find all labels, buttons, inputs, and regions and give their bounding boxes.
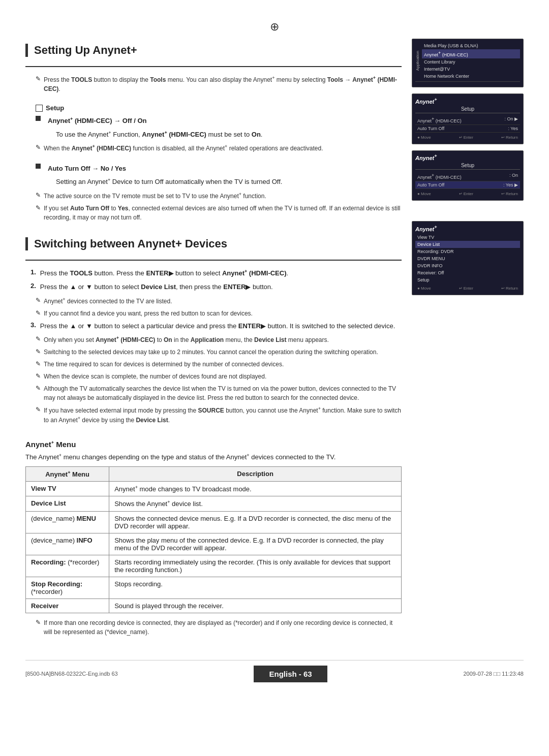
table-footer-note: ✎ If more than one recording device is c… xyxy=(36,618,402,637)
screenshot4-item: View TV xyxy=(415,234,520,241)
checkbox-icon xyxy=(36,105,43,112)
note3-block: ✎ When the device scan is complete, the … xyxy=(36,372,402,381)
desc-stop-recording: Stops recording. xyxy=(109,577,402,598)
screenshot-3: Anynet+ Setup Anynet+ (HDMI-CEC): On Aut… xyxy=(412,150,524,201)
screenshot1-menu-item: Media Play (USB & DLNA) xyxy=(422,42,520,49)
subsection2-note2-text: If you set Auto Turn Off to Yes, connect… xyxy=(44,204,402,222)
menu-item-view-tv: View TV xyxy=(26,482,109,496)
section2-divider xyxy=(25,260,402,261)
subsection1-title-block: Anynet+ (HDMI-CEC) → Off / On xyxy=(36,116,402,126)
screenshot4-nav: ● Move↵ Enter↩ Return xyxy=(415,285,520,292)
note2-block: ✎ The time required to scan for devices … xyxy=(36,360,402,369)
subsection2-note2: ✎ If you set Auto Turn Off to Yes, conne… xyxy=(36,204,402,222)
screenshot4-item-highlighted: Device List xyxy=(415,241,520,248)
desc-device-list: Shows the Anynet+ device list. xyxy=(109,496,402,511)
menu-item-device-menu: (device_name) MENU xyxy=(26,511,109,533)
bullet-icon-2 xyxy=(36,164,41,169)
note2-text: The time required to scan for devices is… xyxy=(44,360,284,369)
memo-icon-5: ✎ xyxy=(36,297,41,304)
anynet-menu-section: Anynet+ Menu The Anynet+ menu changes de… xyxy=(25,440,402,636)
menu-item-device-info: (device_name) INFO xyxy=(26,533,109,555)
subsection2-note1-text: The active source on the TV remote must … xyxy=(44,191,266,201)
subsection2-note1: ✎ The active source on the TV remote mus… xyxy=(36,191,402,201)
subsection2-text: Setting an Anynet+ Device to turn Off au… xyxy=(56,176,402,187)
screenshot3-nav: ● Move↵ Enter↩ Return xyxy=(415,191,520,197)
section1-title: Setting Up Anynet+ xyxy=(25,44,402,57)
memo-icon-7: ✎ xyxy=(36,335,41,342)
memo-icon-11: ✎ xyxy=(36,385,41,392)
screenshot2-row2: Auto Turn Off: Yes xyxy=(415,125,520,133)
note4-block: ✎ Although the TV automatically searches… xyxy=(36,384,402,402)
memo-icon-3: ✎ xyxy=(36,192,41,199)
note4-text: Although the TV automatically searches t… xyxy=(44,384,402,402)
note3-text: When the device scan is complete, the nu… xyxy=(44,372,266,381)
footer-right: 2009-07-28 □□ 11:23:48 xyxy=(464,671,524,677)
note5-block: ✎ If you have selected external input mo… xyxy=(36,405,402,425)
screenshot4-item: Recording: DVDR xyxy=(415,248,520,255)
footer-left: [8500-NA]BN68-02322C-Eng.indb 63 xyxy=(25,671,118,677)
setup-label: Setup xyxy=(46,104,64,112)
subsection1-note: ✎ When the Anynet+ (HDMI-CEC) function i… xyxy=(36,143,402,153)
memo-icon-8: ✎ xyxy=(36,348,41,355)
subsection2-title-block: Auto Turn Off → No / Yes xyxy=(36,164,402,174)
footer-center: English - 63 xyxy=(254,666,327,682)
col2-header: Description xyxy=(109,466,402,481)
section1-intro-block: ✎ Press the TOOLS button to display the … xyxy=(36,75,402,93)
anynet-menu-table: Anynet+ Menu Description View TV Anynet+… xyxy=(25,466,402,613)
step1-num: 1. xyxy=(30,268,36,276)
desc-receiver: Sound is played through the receiver. xyxy=(109,598,402,613)
section1-intro-text: Press the TOOLS button to display the To… xyxy=(44,75,402,93)
screenshot4-item: DVDR MENU xyxy=(415,255,520,262)
setup-heading: Setup xyxy=(36,104,402,112)
page-container: ⊕ Setting Up Anynet+ ✎ Press the TOOLS b… xyxy=(0,0,549,756)
table-row: View TV Anynet+ mode changes to TV broad… xyxy=(26,482,402,496)
step2-note2: ✎ If you cannot find a device you want, … xyxy=(36,309,402,318)
screenshot1-menu-item: Home Network Center xyxy=(422,73,520,80)
section1-divider xyxy=(25,66,402,67)
step2-note1: ✎ Anynet+ devices connected to the TV ar… xyxy=(36,296,402,306)
content-wrapper: Setting Up Anynet+ ✎ Press the TOOLS but… xyxy=(25,39,524,640)
bullet-icon-1 xyxy=(36,116,41,121)
table-row: Receiver Sound is played through the rec… xyxy=(26,598,402,613)
memo-icon-6: ✎ xyxy=(36,309,41,317)
step2-note1-text: Anynet+ devices connected to the TV are … xyxy=(44,296,172,306)
note1-text: Switching to the selected devices may ta… xyxy=(44,348,378,357)
screenshot-1: Application Media Play (USB & DLNA) Anyn… xyxy=(412,39,524,87)
screenshot4-item: DVDR INFO xyxy=(415,262,520,269)
screenshot-4: Anynet+ View TV Device List Recording: D… xyxy=(412,221,524,295)
col1-header: Anynet+ Menu xyxy=(26,466,109,481)
screenshot4-item: Setup xyxy=(415,276,520,284)
screenshot1-header: Application Media Play (USB & DLNA) Anyn… xyxy=(415,42,520,82)
desc-device-menu: Shows the connected device menus. E.g. I… xyxy=(109,511,402,533)
menu-item-device-list: Device List xyxy=(26,496,109,511)
screenshot2-title: Setup xyxy=(415,106,520,113)
step3-num: 3. xyxy=(30,321,36,329)
menu-item-stop-recording: Stop Recording: (*recorder) xyxy=(26,577,109,598)
step3-text: Press the ▲ or ▼ button to select a part… xyxy=(40,321,395,331)
table-row: Stop Recording: (*recorder) Stops record… xyxy=(26,577,402,598)
table-row: (device_name) MENU Shows the connected d… xyxy=(26,511,402,533)
screenshot2-nav: ● Move↵ Enter↩ Return xyxy=(415,134,520,141)
step1-text: Press the TOOLS button. Press the ENTER▶… xyxy=(40,268,288,278)
subsection1-text: To use the Anynet+ Function, Anynet+ (HD… xyxy=(56,129,402,140)
section2: Switching between Anynet+ Devices 1. Pre… xyxy=(25,237,402,425)
anynet-menu-subtitle: The Anynet+ menu changes depending on th… xyxy=(25,453,402,461)
subsection1-title-text: Anynet+ (HDMI-CEC) → Off / On xyxy=(48,116,146,126)
note5-text: If you have selected external input mode… xyxy=(44,405,402,425)
screenshot3-brand: Anynet+ xyxy=(415,154,520,162)
step1-block: 1. Press the TOOLS button. Press the ENT… xyxy=(30,268,402,278)
subsection1-note-text: When the Anynet+ (HDMI-CEC) function is … xyxy=(44,143,323,153)
step3-note: ✎ Only when you set Anynet+ (HDMI-CEC) t… xyxy=(36,335,402,344)
menu-item-receiver: Receiver xyxy=(26,598,109,613)
screenshot1-menu-item: Internet@TV xyxy=(422,66,520,73)
desc-recording: Starts recording immediately using the r… xyxy=(109,555,402,577)
screenshot2-row1: Anynet+ (HDMI-CEC): On ▶ xyxy=(415,115,520,125)
section2-title: Switching between Anynet+ Devices xyxy=(25,237,402,250)
header-compass-icon: ⊕ xyxy=(25,20,524,34)
desc-device-info: Shows the play menu of the connected dev… xyxy=(109,533,402,555)
screenshot4-item: Receiver: Off xyxy=(415,269,520,276)
step3-block: 3. Press the ▲ or ▼ button to select a p… xyxy=(30,321,402,331)
desc-view-tv: Anynet+ mode changes to TV broadcast mod… xyxy=(109,482,402,496)
step2-num: 2. xyxy=(30,282,36,290)
sidebar-images: Application Media Play (USB & DLNA) Anyn… xyxy=(412,39,524,640)
